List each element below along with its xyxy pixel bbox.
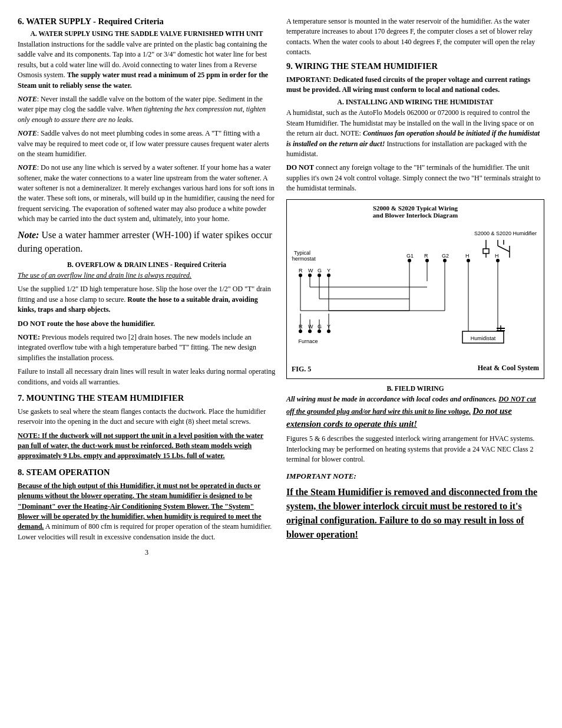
sec7-p1: Use gaskets to seal where the steam flan…: [18, 407, 276, 427]
sec8-right-p1: A temperature sensor is mounted in the w…: [286, 17, 544, 58]
section-8-title: 8. STEAM OPERATION: [18, 467, 276, 477]
diagram-svg: Typical Thermostat R W G Y S2000 & S2020…: [292, 222, 539, 358]
section-9a: A. INSTALLING AND WIRING THE HUMIDISTAT …: [286, 98, 544, 193]
svg-point-26: [467, 259, 470, 262]
svg-text:H: H: [465, 253, 470, 259]
sec6b-p2: DO NOT route the hose above the humidifi…: [18, 319, 276, 329]
sec6b-p3: Failure to install all necessary drain l…: [18, 367, 276, 387]
section-6-title: 6. WATER SUPPLY - Required Criteria: [18, 17, 276, 27]
section-8: 8. STEAM OPERATION Because of the high o…: [18, 467, 276, 542]
svg-text:R: R: [299, 268, 303, 274]
important-note-text: If the Steam Humidifier is removed and d…: [286, 485, 544, 542]
sec6a-note1: NOTE: Never install the saddle valve on …: [18, 94, 276, 125]
sec6b-note: NOTE: Previous models required two [2] d…: [18, 332, 276, 363]
sec9a-p2: DO NOT connect any foreign voltage to th…: [286, 163, 544, 193]
sec9-important: IMPORTANT: Dedicated fused circuits of t…: [286, 75, 544, 95]
section-7: 7. MOUNTING THE STEAM HUMIDIFIER Use gas…: [18, 393, 276, 462]
page-number: 3: [18, 548, 276, 557]
svg-text:R: R: [424, 253, 428, 259]
svg-text:W: W: [308, 268, 313, 274]
section-6: 6. WATER SUPPLY - Required Criteria A. W…: [18, 17, 276, 387]
sec6a-p1: Installation instructions for the saddle…: [18, 39, 276, 91]
svg-point-25: [443, 259, 447, 262]
sec6a-note-large: Note: Use a water hammer arrester (WH-10…: [18, 228, 276, 255]
svg-rect-12: [483, 249, 489, 253]
svg-point-24: [425, 259, 429, 262]
section-6b: B. OVERFLOW & DRAIN LINES - Required Cri…: [18, 261, 276, 387]
sec6b-p1: Use the supplied 1/2" ID high temperatur…: [18, 284, 276, 315]
section-7-title: 7. MOUNTING THE STEAM HUMIDIFIER: [18, 393, 276, 403]
svg-text:G1: G1: [406, 253, 414, 259]
wiring-diagram: S2000 & S2020 Typical Wiring and Blower …: [286, 199, 544, 379]
section-6a-title: A. WATER SUPPLY USING THE SADDLE VALVE F…: [18, 30, 276, 37]
sec9b-p2: Figures 5 & 6 describes the suggested in…: [286, 434, 544, 465]
section-9a-title: A. INSTALLING AND WIRING THE HUMIDISTAT: [286, 98, 544, 106]
sec8-p1: Because of the high output of this Humid…: [18, 481, 276, 542]
svg-text:S2000 & S2020 Humidifier: S2000 & S2020 Humidifier: [474, 230, 537, 236]
svg-text:Y: Y: [327, 268, 330, 274]
fig-caption: Heat & Cool System: [478, 364, 539, 373]
right-column: A temperature sensor is mounted in the w…: [286, 17, 544, 716]
section-6b-title: B. OVERFLOW & DRAIN LINES - Required Cri…: [18, 261, 276, 268]
left-column: 6. WATER SUPPLY - Required Criteria A. W…: [18, 17, 276, 716]
sec6b-underline: The use of an overflow line and drain li…: [18, 271, 276, 281]
important-note-section: IMPORTANT NOTE: If the Steam Humidifier …: [286, 471, 544, 542]
diagram-title: S2000 & S2020 Typical Wiring and Blower …: [292, 205, 539, 219]
section-9: 9. WIRING THE STEAM HUMIDIFIER IMPORTANT…: [286, 61, 544, 542]
svg-text:G: G: [318, 324, 322, 330]
svg-text:Thermostat: Thermostat: [292, 256, 316, 262]
svg-point-27: [496, 259, 500, 262]
fig-label: FIG. 5: [292, 365, 311, 374]
svg-line-16: [498, 246, 510, 252]
section-9b: B. FIELD WIRING All wiring must be made …: [286, 385, 544, 465]
svg-text:G2: G2: [442, 253, 449, 259]
important-note-label: IMPORTANT NOTE:: [286, 471, 544, 482]
section-6a: A. WATER SUPPLY USING THE SADDLE VALVE F…: [18, 30, 276, 255]
sec6a-note3: NOTE: Do not use any line which is serve…: [18, 163, 276, 224]
svg-text:Furnace: Furnace: [298, 338, 318, 344]
sec9a-p1: A humidistat, such as the AutoFlo Models…: [286, 108, 544, 159]
svg-text:G: G: [318, 268, 322, 274]
svg-text:Typical: Typical: [294, 250, 310, 256]
section-9b-title: B. FIELD WIRING: [286, 385, 544, 392]
sec9b-wiring-text: All wiring must be made in accordance wi…: [286, 394, 544, 430]
fig-row: FIG. 5 Heat & Cool System: [292, 363, 539, 374]
svg-text:Humidistat: Humidistat: [471, 335, 496, 341]
svg-text:W: W: [308, 324, 313, 330]
svg-text:H: H: [495, 253, 499, 259]
sec6a-note2: NOTE: Saddle valves do not meet plumbing…: [18, 129, 276, 159]
svg-point-23: [408, 259, 411, 262]
section-9-title: 9. WIRING THE STEAM HUMIDIFIER: [286, 61, 544, 71]
sec7-note: NOTE: If the ductwork will not support t…: [18, 431, 276, 462]
